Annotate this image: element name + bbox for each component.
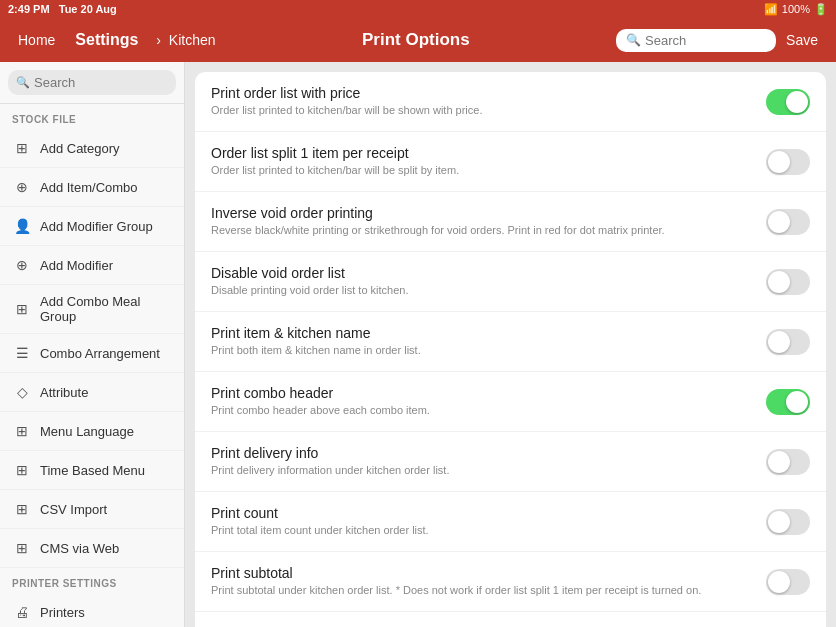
setting-info: Print order list with priceOrder list pr… — [211, 85, 766, 118]
sidebar-item-label: Add Combo Meal Group — [40, 294, 172, 324]
sidebar-item-add-category[interactable]: ⊞ Add Category — [0, 129, 184, 168]
setting-info: Print subtotalPrint subtotal under kitch… — [211, 565, 766, 598]
settings-card: Print order list with priceOrder list pr… — [195, 72, 826, 627]
setting-title: Print combo header — [211, 385, 766, 401]
sidebar-item-cms-via-web[interactable]: ⊞ CMS via Web — [0, 529, 184, 568]
sidebar-item-label: Time Based Menu — [40, 463, 145, 478]
add-combo-meal-group-icon: ⊞ — [12, 299, 32, 319]
breadcrumb: › Kitchen — [152, 32, 215, 48]
setting-title: Order list split 1 item per receipt — [211, 145, 766, 161]
setting-title: Print item & kitchen name — [211, 325, 766, 341]
toggle-print-count[interactable] — [766, 509, 810, 535]
setting-row-order-list-split: Order list split 1 item per receiptOrder… — [195, 132, 826, 192]
setting-desc: Print both item & kitchen name in order … — [211, 343, 766, 358]
top-search-input[interactable] — [645, 33, 766, 48]
setting-desc: Print total item count under kitchen ord… — [211, 523, 766, 538]
setting-title: Print delivery info — [211, 445, 766, 461]
setting-title: Disable void order list — [211, 265, 766, 281]
sidebar-search-box[interactable]: 🔍 — [8, 70, 176, 95]
sidebar-item-label: Printers — [40, 605, 85, 620]
stock-file-header: STOCK FILE — [0, 104, 184, 129]
home-nav-button[interactable]: Home — [8, 26, 65, 54]
setting-title: Print order list with price — [211, 85, 766, 101]
page-title: Print Options — [216, 30, 617, 50]
setting-row-disable-void-list: Disable void order listDisable printing … — [195, 252, 826, 312]
setting-info: Inverse void order printingReverse black… — [211, 205, 766, 238]
sidebar-item-attribute[interactable]: ◇ Attribute — [0, 373, 184, 412]
setting-desc: Disable printing void order list to kitc… — [211, 283, 766, 298]
csv-import-icon: ⊞ — [12, 499, 32, 519]
setting-row-print-order-price: Print order list with priceOrder list pr… — [195, 72, 826, 132]
sidebar-item-add-combo-meal-group[interactable]: ⊞ Add Combo Meal Group — [0, 285, 184, 334]
search-icon: 🔍 — [626, 33, 641, 47]
setting-row-print-subtotal: Print subtotalPrint subtotal under kitch… — [195, 552, 826, 612]
menu-language-icon: ⊞ — [12, 421, 32, 441]
main-layout: 🔍 STOCK FILE ⊞ Add Category ⊕ Add Item/C… — [0, 62, 836, 627]
top-search-container[interactable]: 🔍 — [616, 29, 776, 52]
toggle-print-item-kitchen[interactable] — [766, 329, 810, 355]
sidebar-item-printers[interactable]: 🖨 Printers — [0, 593, 184, 627]
printers-icon: 🖨 — [12, 602, 32, 622]
setting-info: Print combo headerPrint combo header abo… — [211, 385, 766, 418]
add-modifier-group-icon: 👤 — [12, 216, 32, 236]
setting-row-print-count: Print countPrint total item count under … — [195, 492, 826, 552]
setting-title: Print count — [211, 505, 766, 521]
sidebar-item-menu-language[interactable]: ⊞ Menu Language — [0, 412, 184, 451]
setting-info: Print delivery infoPrint delivery inform… — [211, 445, 766, 478]
save-button[interactable]: Save — [776, 26, 828, 54]
sidebar-item-label: Add Modifier — [40, 258, 113, 273]
combo-arrangement-icon: ☰ — [12, 343, 32, 363]
attribute-icon: ◇ — [12, 382, 32, 402]
sidebar-item-csv-import[interactable]: ⊞ CSV Import — [0, 490, 184, 529]
setting-row-inverse-void: Inverse void order printingReverse black… — [195, 192, 826, 252]
setting-desc: Print delivery information under kitchen… — [211, 463, 766, 478]
sidebar: 🔍 STOCK FILE ⊞ Add Category ⊕ Add Item/C… — [0, 62, 185, 627]
setting-info: Print countPrint total item count under … — [211, 505, 766, 538]
setting-desc: Order list printed to kitchen/bar will b… — [211, 103, 766, 118]
sidebar-item-add-modifier-group[interactable]: 👤 Add Modifier Group — [0, 207, 184, 246]
sidebar-search-area[interactable]: 🔍 — [0, 62, 184, 104]
sidebar-item-label: Add Modifier Group — [40, 219, 153, 234]
toggle-disable-void-list[interactable] — [766, 269, 810, 295]
printer-settings-header: PRINTER SETTINGS — [0, 568, 184, 593]
sidebar-item-label: Add Item/Combo — [40, 180, 138, 195]
status-bar: 2:49 PM Tue 20 Aug 📶 100% 🔋 — [0, 0, 836, 18]
battery-icon: 🔋 — [814, 3, 828, 16]
top-nav: Home Settings › Kitchen Print Options 🔍 … — [0, 18, 836, 62]
setting-desc: Print combo header above each combo item… — [211, 403, 766, 418]
setting-title: Print subtotal — [211, 565, 766, 581]
toggle-print-subtotal[interactable] — [766, 569, 810, 595]
status-time: 2:49 PM Tue 20 Aug — [8, 3, 117, 15]
sidebar-item-label: CSV Import — [40, 502, 107, 517]
cms-via-web-icon: ⊞ — [12, 538, 32, 558]
content-area: Print order list with priceOrder list pr… — [185, 62, 836, 627]
sidebar-item-time-based-menu[interactable]: ⊞ Time Based Menu — [0, 451, 184, 490]
setting-title: Inverse void order printing — [211, 205, 766, 221]
sidebar-item-add-modifier[interactable]: ⊕ Add Modifier — [0, 246, 184, 285]
setting-row-print-grand-total: Print grand totalPrint grand total under… — [195, 612, 826, 627]
sidebar-item-label: Menu Language — [40, 424, 134, 439]
battery-label: 100% — [782, 3, 810, 15]
toggle-inverse-void[interactable] — [766, 209, 810, 235]
setting-row-print-item-kitchen: Print item & kitchen namePrint both item… — [195, 312, 826, 372]
sidebar-item-combo-arrangement[interactable]: ☰ Combo Arrangement — [0, 334, 184, 373]
sidebar-item-add-item-combo[interactable]: ⊕ Add Item/Combo — [0, 168, 184, 207]
setting-info: Disable void order listDisable printing … — [211, 265, 766, 298]
toggle-order-list-split[interactable] — [766, 149, 810, 175]
setting-row-print-delivery-info: Print delivery infoPrint delivery inform… — [195, 432, 826, 492]
setting-desc: Order list printed to kitchen/bar will b… — [211, 163, 766, 178]
status-indicators: 📶 100% 🔋 — [764, 3, 828, 16]
setting-desc: Print subtotal under kitchen order list.… — [211, 583, 766, 598]
settings-nav-button[interactable]: Settings — [65, 25, 148, 55]
add-item-combo-icon: ⊕ — [12, 177, 32, 197]
time-based-menu-icon: ⊞ — [12, 460, 32, 480]
setting-desc: Reverse black/white printing or striketh… — [211, 223, 766, 238]
sidebar-item-label: Add Category — [40, 141, 120, 156]
toggle-print-delivery-info[interactable] — [766, 449, 810, 475]
sidebar-search-input[interactable] — [34, 75, 168, 90]
sidebar-search-icon: 🔍 — [16, 76, 30, 89]
add-modifier-icon: ⊕ — [12, 255, 32, 275]
toggle-print-combo-header[interactable] — [766, 389, 810, 415]
sidebar-item-label: CMS via Web — [40, 541, 119, 556]
toggle-print-order-price[interactable] — [766, 89, 810, 115]
